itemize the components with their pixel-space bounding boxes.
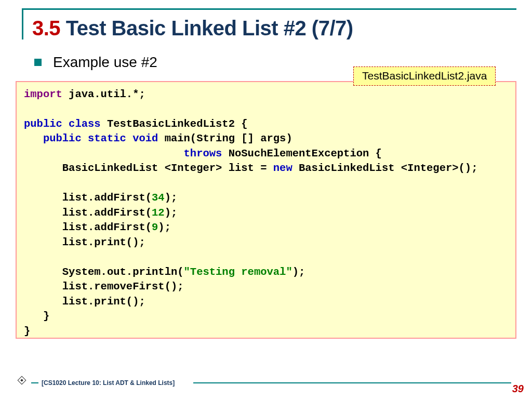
kw-public: public bbox=[43, 132, 82, 144]
kw-new: new bbox=[273, 162, 292, 174]
string-literal: "Testing removal" bbox=[184, 266, 292, 278]
kw-import: import bbox=[24, 88, 62, 100]
bullet-text: Example use #2 bbox=[53, 54, 157, 71]
code-text: ); bbox=[165, 192, 178, 204]
footer-rule-right bbox=[193, 382, 511, 383]
code-text: ); bbox=[292, 266, 305, 278]
num-literal: 12 bbox=[152, 207, 165, 219]
bullet-icon bbox=[34, 59, 42, 66]
kw-public: public bbox=[24, 118, 62, 130]
code-text: BasicLinkedList <Integer>(); bbox=[292, 162, 478, 174]
code-text: list.addFirst( bbox=[24, 207, 152, 219]
code-text: } bbox=[24, 310, 49, 322]
code-text: ); bbox=[158, 221, 171, 233]
code-box: import java.util.*; public class TestBas… bbox=[16, 81, 516, 339]
filename-tag: TestBasicLinkedList2.java bbox=[353, 66, 496, 86]
code-text: } bbox=[24, 325, 30, 337]
kw-static: static bbox=[82, 132, 126, 144]
code-text: main(String [] args) bbox=[158, 132, 292, 144]
page-number: 39 bbox=[512, 383, 524, 395]
code-text: ); bbox=[165, 207, 178, 219]
code-text: BasicLinkedList <Integer> list = bbox=[24, 162, 273, 174]
kw-throws: throws bbox=[184, 148, 222, 159]
top-rule bbox=[22, 8, 516, 10]
code-text: TestBasicLinkedList2 { bbox=[101, 118, 248, 130]
footer: [CS1020 Lecture 10: List ADT & Linked Li… bbox=[0, 374, 532, 387]
kw-class: class bbox=[62, 118, 101, 130]
section-number: 3.5 bbox=[32, 17, 60, 39]
bullet-row: Example use #2 bbox=[34, 54, 157, 71]
code-pad bbox=[24, 132, 43, 144]
diamond-icon bbox=[18, 376, 26, 385]
slide-title: 3.5 Test Basic Linked List #2 (7/7) bbox=[32, 17, 353, 40]
code-text: System.out.println( bbox=[24, 266, 184, 278]
code-text: list.removeFirst(); bbox=[24, 281, 184, 292]
num-literal: 9 bbox=[152, 221, 158, 233]
code-text: list.print(); bbox=[24, 296, 145, 308]
footer-rule-left bbox=[31, 382, 38, 383]
num-literal: 34 bbox=[152, 192, 165, 204]
kw-void: void bbox=[126, 132, 158, 144]
code-pad bbox=[24, 148, 184, 159]
code-text: list.print(); bbox=[24, 236, 145, 248]
code-text: list.addFirst( bbox=[24, 192, 152, 204]
left-rule bbox=[22, 8, 23, 39]
footer-label: [CS1020 Lecture 10: List ADT & Linked Li… bbox=[42, 379, 175, 387]
code-text: java.util.*; bbox=[62, 88, 145, 100]
code-text: list.addFirst( bbox=[24, 221, 152, 233]
section-text: Test Basic Linked List #2 (7/7) bbox=[60, 17, 353, 39]
code-text: NoSuchElementException { bbox=[222, 148, 382, 159]
